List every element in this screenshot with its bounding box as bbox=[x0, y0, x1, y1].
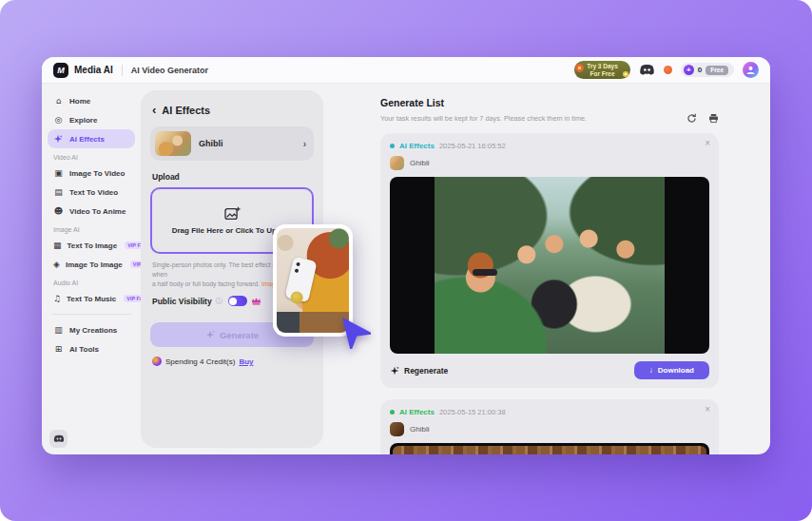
chevron-right-icon: › bbox=[303, 139, 306, 149]
generate-list-title: Generate List bbox=[380, 97, 719, 108]
sidebar-item-image-to-video[interactable]: ▣ Image To Video bbox=[48, 164, 135, 183]
close-icon[interactable]: × bbox=[705, 404, 710, 415]
sidebar-section-video-ai: Video AI bbox=[53, 154, 129, 161]
sidebar-item-label: Text To Music bbox=[67, 295, 116, 303]
card-effect-name: Ghibli bbox=[410, 425, 429, 434]
sidebar-item-video-to-anime[interactable]: ☻ Video To Anime bbox=[48, 202, 135, 221]
printer-icon bbox=[708, 113, 719, 124]
sidebar-item-label: AI Effects bbox=[69, 135, 105, 144]
trial-line1: Try 3 Days bbox=[587, 63, 618, 69]
card-tag: AI Effects bbox=[399, 142, 435, 150]
download-button[interactable]: ↓ Download bbox=[634, 361, 709, 379]
refresh-icon bbox=[686, 113, 697, 124]
brand-name: Media AI bbox=[74, 65, 113, 75]
generate-card: AI Effects 2025-05-15 21:00:38 × Ghibli bbox=[380, 399, 719, 454]
discord-icon bbox=[53, 434, 65, 443]
status-dot bbox=[390, 144, 395, 148]
sunglasses bbox=[473, 269, 497, 276]
refresh-button[interactable] bbox=[686, 113, 697, 124]
sidebar-item-label: Text To Image bbox=[68, 241, 118, 250]
add-credits-icon: + bbox=[684, 65, 694, 75]
upload-image-icon bbox=[224, 206, 241, 221]
topbar-actions: Try 3 Days For Free + 0 Free bbox=[574, 61, 759, 79]
sidebar-section-image-ai: Image AI bbox=[53, 226, 129, 233]
download-arrow-icon: ↓ bbox=[649, 366, 653, 375]
ai-effects-icon bbox=[53, 134, 64, 144]
download-label: Download bbox=[658, 366, 694, 375]
orange-dot-icon[interactable] bbox=[664, 66, 672, 74]
upload-label: Upload bbox=[152, 172, 312, 182]
result-image[interactable] bbox=[390, 177, 709, 354]
trial-badge-button[interactable]: Try 3 Days For Free bbox=[574, 61, 630, 79]
sidebar-item-text-to-music[interactable]: ♫ Text To Music VIP Free bbox=[48, 289, 135, 308]
toggle-knob bbox=[229, 298, 237, 305]
phone-grip bbox=[289, 290, 304, 305]
sidebar-item-label: My Creations bbox=[69, 326, 117, 335]
sidebar-item-label: Image To Video bbox=[69, 169, 125, 178]
person-icon bbox=[744, 64, 757, 76]
card-timestamp: 2025-05-21 16:05:52 bbox=[439, 142, 506, 150]
sidebar-divider bbox=[51, 314, 131, 315]
sidebar-item-image-to-image[interactable]: ◈ Image To Image VIP Free bbox=[48, 255, 135, 274]
sidebar-item-text-to-video[interactable]: ▤ Text To Video bbox=[48, 183, 135, 202]
sidebar: ⌂ Home ◎ Explore AI Effects Video AI ▣ I… bbox=[42, 84, 141, 454]
image-to-image-icon: ◈ bbox=[53, 260, 60, 269]
spending-text: Spending 4 Credit(s) bbox=[165, 357, 235, 366]
sidebar-section-audio-ai: Audio AI bbox=[53, 280, 129, 286]
close-icon[interactable]: × bbox=[705, 138, 710, 148]
sidebar-item-text-to-image[interactable]: ▦ Text To Image VIP Free bbox=[48, 236, 135, 255]
visibility-toggle[interactable] bbox=[228, 296, 247, 306]
sparkle-icon bbox=[205, 330, 215, 339]
sidebar-item-label: AI Tools bbox=[69, 345, 99, 354]
sidebar-item-my-creations[interactable]: ▥ My Creations bbox=[48, 320, 135, 339]
my-creations-icon: ▥ bbox=[53, 325, 64, 335]
generate-card: AI Effects 2025-05-21 16:05:52 × Ghibli bbox=[380, 133, 719, 388]
generate-list-panel: Generate List Your task results will be … bbox=[380, 84, 719, 454]
generate-label: Generate bbox=[220, 330, 259, 340]
status-dot bbox=[390, 410, 395, 415]
sidebar-item-home[interactable]: ⌂ Home bbox=[48, 91, 135, 110]
sparkle-icon bbox=[390, 366, 399, 376]
sidebar-item-ai-tools[interactable]: ⊞ AI Tools bbox=[48, 339, 135, 358]
discord-corner-button[interactable] bbox=[49, 430, 68, 448]
plan-badge: Free bbox=[706, 66, 728, 75]
visibility-label: Public Visibility bbox=[152, 297, 212, 306]
text-to-image-icon: ▦ bbox=[53, 241, 62, 250]
phone-camera bbox=[296, 262, 300, 267]
flower-icon bbox=[575, 64, 584, 72]
video-to-anime-icon: ☻ bbox=[53, 206, 64, 216]
library-photo bbox=[393, 446, 706, 454]
discord-button[interactable] bbox=[639, 64, 655, 76]
vip-crown-icon bbox=[251, 297, 261, 305]
buy-link[interactable]: Buy bbox=[239, 357, 253, 366]
clear-list-button[interactable] bbox=[708, 113, 719, 124]
product-title: AI Video Generator bbox=[131, 66, 208, 75]
card-effect-name: Ghibli bbox=[410, 159, 429, 167]
back-chevron-icon[interactable]: ‹ bbox=[152, 104, 156, 116]
note-line2: a half body or full body facing forward. bbox=[152, 280, 260, 287]
credits-pill[interactable]: + 0 Free bbox=[681, 63, 734, 77]
home-icon: ⌂ bbox=[53, 96, 64, 106]
user-avatar[interactable] bbox=[743, 62, 759, 78]
regenerate-label: Regenerate bbox=[404, 366, 448, 376]
credits-count: 0 bbox=[698, 66, 702, 74]
card-tag: AI Effects bbox=[399, 408, 435, 416]
effect-avatar bbox=[390, 156, 404, 170]
image-to-video-icon: ▣ bbox=[53, 168, 64, 178]
credit-coin-icon bbox=[152, 357, 162, 366]
sidebar-item-label: Home bbox=[69, 97, 90, 106]
sidebar-item-explore[interactable]: ◎ Explore bbox=[48, 110, 135, 129]
topbar-divider bbox=[122, 65, 123, 76]
sidebar-item-label: Video To Anime bbox=[69, 207, 126, 216]
effect-avatar bbox=[390, 422, 404, 436]
desktop-background: M Media AI AI Video Generator Try 3 Days… bbox=[0, 0, 812, 521]
sidebar-item-ai-effects[interactable]: AI Effects bbox=[48, 129, 135, 148]
effect-thumbnail bbox=[155, 131, 191, 156]
regenerate-button[interactable]: Regenerate bbox=[390, 366, 448, 376]
spending-row: Spending 4 Credit(s) Buy bbox=[152, 357, 312, 366]
effect-selector-ghibli[interactable]: Ghibli › bbox=[150, 126, 314, 161]
explore-icon: ◎ bbox=[53, 115, 64, 125]
result-image[interactable] bbox=[390, 443, 709, 454]
trial-line2: For Free bbox=[587, 70, 618, 77]
media-ai-logo: M bbox=[53, 63, 68, 78]
